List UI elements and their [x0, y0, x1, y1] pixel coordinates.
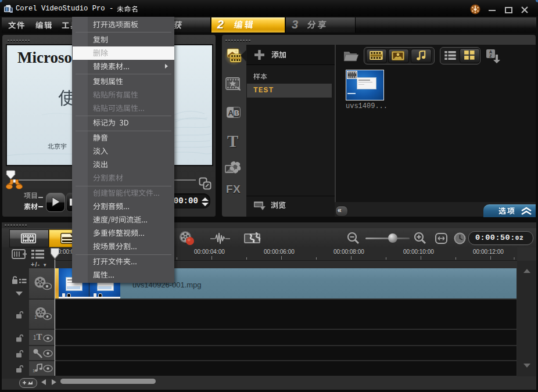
svg-text:B: B: [234, 109, 239, 117]
svg-text:Z: Z: [489, 54, 492, 58]
svg-text:A: A: [489, 50, 492, 54]
svg-text:A: A: [228, 109, 234, 117]
